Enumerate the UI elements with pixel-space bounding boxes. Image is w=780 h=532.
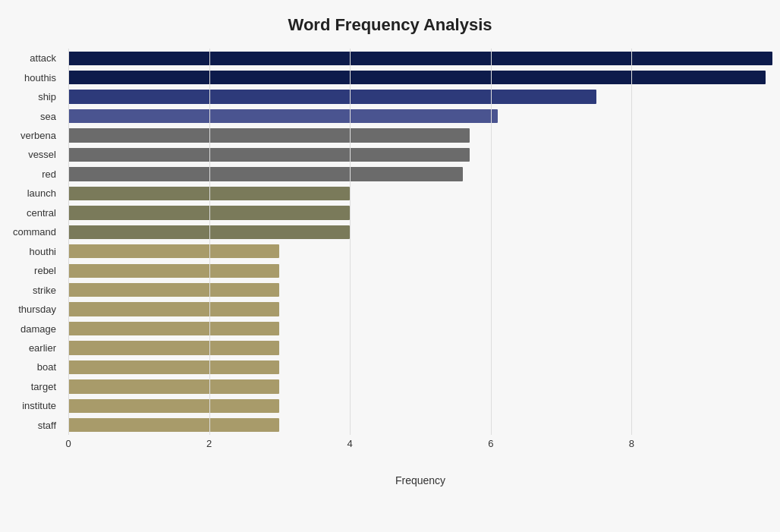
bar	[68, 128, 470, 142]
bar	[68, 283, 279, 297]
bar-row	[68, 68, 772, 87]
x-axis-title: Frequency	[68, 474, 772, 486]
y-label: ship	[38, 87, 62, 106]
y-label: houthis	[24, 68, 62, 87]
bar	[68, 148, 470, 162]
bar	[68, 109, 498, 123]
bar-row	[68, 300, 772, 319]
bar-row	[68, 49, 772, 68]
x-axis-tick-label: 0	[65, 438, 71, 449]
bar-row	[68, 106, 772, 125]
y-label: damage	[20, 319, 62, 338]
bar-row	[68, 377, 772, 396]
y-label: thursday	[18, 300, 62, 319]
x-axis-labels: 02468	[68, 438, 772, 453]
bar-row	[68, 319, 772, 338]
bar	[68, 379, 279, 393]
grid-line	[350, 49, 351, 435]
bar	[68, 52, 772, 65]
bar-row	[68, 261, 772, 280]
y-label: launch	[27, 184, 62, 203]
bar-row	[68, 396, 772, 415]
y-label: vessel	[28, 145, 62, 164]
y-label: rebel	[34, 261, 62, 280]
bar-row	[68, 203, 772, 222]
bar	[68, 341, 279, 354]
grid-line	[209, 49, 210, 435]
x-axis-tick-label: 2	[206, 438, 212, 449]
bar	[68, 264, 279, 278]
bar	[68, 167, 463, 181]
bar	[68, 418, 279, 432]
y-label: institute	[22, 396, 62, 415]
x-axis-tick-label: 6	[488, 438, 493, 449]
x-axis-tick-label: 8	[629, 438, 634, 449]
bar-row	[68, 338, 772, 357]
y-axis: attackhouthisshipseaverbenavesselredlaun…	[8, 49, 68, 435]
y-label: central	[27, 203, 62, 222]
bar-row	[68, 357, 772, 376]
y-label: strike	[33, 280, 62, 299]
y-label: target	[31, 377, 62, 396]
y-label: staff	[38, 416, 62, 435]
bar-row	[68, 222, 772, 241]
grid-line	[491, 49, 492, 435]
y-label: boat	[37, 357, 62, 376]
bar-row	[68, 145, 772, 164]
y-label: command	[13, 222, 62, 241]
bar	[68, 322, 279, 335]
bar-row	[68, 126, 772, 145]
bar	[68, 244, 279, 258]
bottom-section: 02468 Frequency	[8, 435, 772, 486]
y-label: attack	[30, 49, 62, 68]
bar	[68, 302, 279, 316]
bar	[68, 399, 279, 413]
bars-area	[68, 49, 772, 435]
y-label: sea	[40, 106, 62, 125]
y-label: earlier	[29, 338, 62, 357]
chart-container: Word Frequency Analysis attackhouthisshi…	[0, 0, 780, 532]
bar-row	[68, 242, 772, 261]
bar-row	[68, 165, 772, 184]
bar	[68, 71, 766, 84]
bar-row	[68, 280, 772, 299]
y-label: red	[42, 165, 62, 184]
bar-row	[68, 184, 772, 203]
bar-row	[68, 87, 772, 106]
x-axis-tick-label: 4	[348, 438, 353, 449]
chart-area: attackhouthisshipseaverbenavesselredlaun…	[8, 49, 772, 435]
grid-line	[631, 49, 632, 435]
y-label: houthi	[30, 242, 62, 261]
bar	[68, 360, 279, 374]
grid-line	[68, 49, 69, 435]
bar-row	[68, 416, 772, 435]
y-label: verbena	[20, 126, 62, 145]
chart-title: Word Frequency Analysis	[288, 15, 492, 35]
bar	[68, 90, 596, 103]
